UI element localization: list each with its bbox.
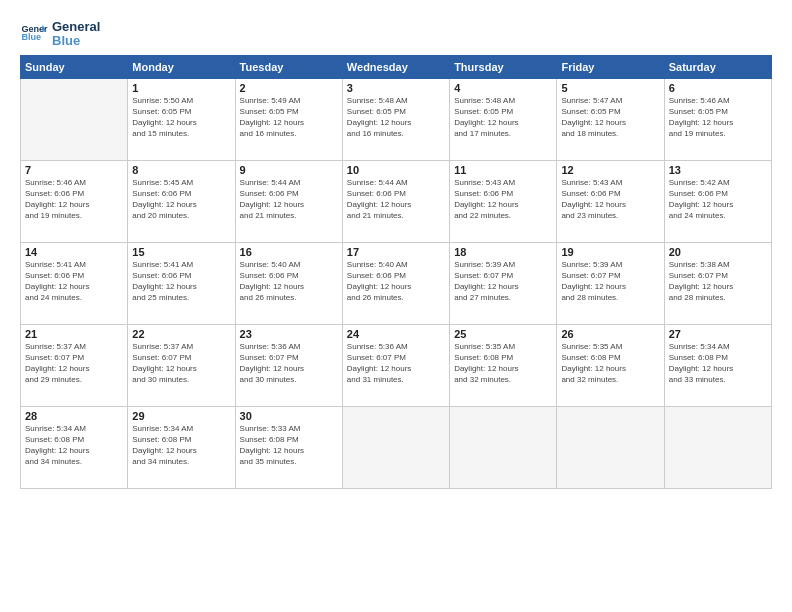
calendar-cell: 4Sunrise: 5:48 AM Sunset: 6:05 PM Daylig…	[450, 78, 557, 160]
day-info: Sunrise: 5:47 AM Sunset: 6:05 PM Dayligh…	[561, 95, 659, 140]
day-number: 9	[240, 164, 338, 176]
day-info: Sunrise: 5:43 AM Sunset: 6:06 PM Dayligh…	[454, 177, 552, 222]
logo: General Blue General Blue	[20, 18, 100, 49]
calendar-cell: 28Sunrise: 5:34 AM Sunset: 6:08 PM Dayli…	[21, 406, 128, 488]
calendar-cell: 23Sunrise: 5:36 AM Sunset: 6:07 PM Dayli…	[235, 324, 342, 406]
day-number: 12	[561, 164, 659, 176]
day-info: Sunrise: 5:34 AM Sunset: 6:08 PM Dayligh…	[25, 423, 123, 468]
day-number: 28	[25, 410, 123, 422]
day-info: Sunrise: 5:41 AM Sunset: 6:06 PM Dayligh…	[132, 259, 230, 304]
day-info: Sunrise: 5:37 AM Sunset: 6:07 PM Dayligh…	[132, 341, 230, 386]
calendar-cell: 7Sunrise: 5:46 AM Sunset: 6:06 PM Daylig…	[21, 160, 128, 242]
day-number: 13	[669, 164, 767, 176]
day-number: 2	[240, 82, 338, 94]
day-number: 19	[561, 246, 659, 258]
day-number: 29	[132, 410, 230, 422]
day-number: 20	[669, 246, 767, 258]
day-info: Sunrise: 5:33 AM Sunset: 6:08 PM Dayligh…	[240, 423, 338, 468]
day-info: Sunrise: 5:34 AM Sunset: 6:08 PM Dayligh…	[669, 341, 767, 386]
weekday-header-tuesday: Tuesday	[235, 55, 342, 78]
day-number: 5	[561, 82, 659, 94]
day-number: 6	[669, 82, 767, 94]
calendar-cell: 11Sunrise: 5:43 AM Sunset: 6:06 PM Dayli…	[450, 160, 557, 242]
day-info: Sunrise: 5:36 AM Sunset: 6:07 PM Dayligh…	[240, 341, 338, 386]
weekday-header-saturday: Saturday	[664, 55, 771, 78]
day-info: Sunrise: 5:48 AM Sunset: 6:05 PM Dayligh…	[454, 95, 552, 140]
day-info: Sunrise: 5:45 AM Sunset: 6:06 PM Dayligh…	[132, 177, 230, 222]
calendar-cell: 22Sunrise: 5:37 AM Sunset: 6:07 PM Dayli…	[128, 324, 235, 406]
day-info: Sunrise: 5:48 AM Sunset: 6:05 PM Dayligh…	[347, 95, 445, 140]
calendar-cell: 25Sunrise: 5:35 AM Sunset: 6:08 PM Dayli…	[450, 324, 557, 406]
logo-icon: General Blue	[20, 19, 48, 47]
day-info: Sunrise: 5:36 AM Sunset: 6:07 PM Dayligh…	[347, 341, 445, 386]
day-number: 18	[454, 246, 552, 258]
day-info: Sunrise: 5:35 AM Sunset: 6:08 PM Dayligh…	[561, 341, 659, 386]
week-row-4: 21Sunrise: 5:37 AM Sunset: 6:07 PM Dayli…	[21, 324, 772, 406]
day-number: 14	[25, 246, 123, 258]
calendar-cell: 3Sunrise: 5:48 AM Sunset: 6:05 PM Daylig…	[342, 78, 449, 160]
calendar-cell: 26Sunrise: 5:35 AM Sunset: 6:08 PM Dayli…	[557, 324, 664, 406]
day-number: 17	[347, 246, 445, 258]
weekday-header-row: SundayMondayTuesdayWednesdayThursdayFrid…	[21, 55, 772, 78]
week-row-1: 1Sunrise: 5:50 AM Sunset: 6:05 PM Daylig…	[21, 78, 772, 160]
calendar-cell: 21Sunrise: 5:37 AM Sunset: 6:07 PM Dayli…	[21, 324, 128, 406]
logo-general: General	[52, 20, 100, 34]
calendar-cell	[664, 406, 771, 488]
calendar-cell	[557, 406, 664, 488]
day-info: Sunrise: 5:34 AM Sunset: 6:08 PM Dayligh…	[132, 423, 230, 468]
header: General Blue General Blue	[20, 18, 772, 49]
day-number: 7	[25, 164, 123, 176]
day-number: 21	[25, 328, 123, 340]
weekday-header-friday: Friday	[557, 55, 664, 78]
day-number: 27	[669, 328, 767, 340]
calendar-cell: 15Sunrise: 5:41 AM Sunset: 6:06 PM Dayli…	[128, 242, 235, 324]
calendar-cell: 29Sunrise: 5:34 AM Sunset: 6:08 PM Dayli…	[128, 406, 235, 488]
day-number: 26	[561, 328, 659, 340]
day-number: 1	[132, 82, 230, 94]
calendar-cell: 17Sunrise: 5:40 AM Sunset: 6:06 PM Dayli…	[342, 242, 449, 324]
calendar-cell: 19Sunrise: 5:39 AM Sunset: 6:07 PM Dayli…	[557, 242, 664, 324]
calendar-cell: 14Sunrise: 5:41 AM Sunset: 6:06 PM Dayli…	[21, 242, 128, 324]
day-number: 23	[240, 328, 338, 340]
day-info: Sunrise: 5:39 AM Sunset: 6:07 PM Dayligh…	[454, 259, 552, 304]
calendar-cell: 9Sunrise: 5:44 AM Sunset: 6:06 PM Daylig…	[235, 160, 342, 242]
page: General Blue General Blue SundayMondayTu…	[0, 0, 792, 612]
calendar-cell	[450, 406, 557, 488]
day-number: 22	[132, 328, 230, 340]
calendar-cell: 6Sunrise: 5:46 AM Sunset: 6:05 PM Daylig…	[664, 78, 771, 160]
day-info: Sunrise: 5:43 AM Sunset: 6:06 PM Dayligh…	[561, 177, 659, 222]
week-row-3: 14Sunrise: 5:41 AM Sunset: 6:06 PM Dayli…	[21, 242, 772, 324]
logo-blue: Blue	[52, 34, 100, 48]
calendar-cell	[21, 78, 128, 160]
calendar-table: SundayMondayTuesdayWednesdayThursdayFrid…	[20, 55, 772, 489]
svg-text:Blue: Blue	[21, 32, 41, 42]
day-number: 24	[347, 328, 445, 340]
day-number: 8	[132, 164, 230, 176]
calendar-cell: 5Sunrise: 5:47 AM Sunset: 6:05 PM Daylig…	[557, 78, 664, 160]
day-info: Sunrise: 5:46 AM Sunset: 6:06 PM Dayligh…	[25, 177, 123, 222]
day-info: Sunrise: 5:40 AM Sunset: 6:06 PM Dayligh…	[347, 259, 445, 304]
day-number: 30	[240, 410, 338, 422]
calendar-cell: 16Sunrise: 5:40 AM Sunset: 6:06 PM Dayli…	[235, 242, 342, 324]
day-info: Sunrise: 5:40 AM Sunset: 6:06 PM Dayligh…	[240, 259, 338, 304]
day-number: 3	[347, 82, 445, 94]
calendar-cell: 27Sunrise: 5:34 AM Sunset: 6:08 PM Dayli…	[664, 324, 771, 406]
weekday-header-monday: Monday	[128, 55, 235, 78]
day-info: Sunrise: 5:35 AM Sunset: 6:08 PM Dayligh…	[454, 341, 552, 386]
day-info: Sunrise: 5:44 AM Sunset: 6:06 PM Dayligh…	[347, 177, 445, 222]
day-number: 16	[240, 246, 338, 258]
calendar-cell: 1Sunrise: 5:50 AM Sunset: 6:05 PM Daylig…	[128, 78, 235, 160]
day-info: Sunrise: 5:42 AM Sunset: 6:06 PM Dayligh…	[669, 177, 767, 222]
calendar-cell: 18Sunrise: 5:39 AM Sunset: 6:07 PM Dayli…	[450, 242, 557, 324]
day-info: Sunrise: 5:49 AM Sunset: 6:05 PM Dayligh…	[240, 95, 338, 140]
day-info: Sunrise: 5:44 AM Sunset: 6:06 PM Dayligh…	[240, 177, 338, 222]
day-number: 11	[454, 164, 552, 176]
day-number: 10	[347, 164, 445, 176]
day-number: 15	[132, 246, 230, 258]
week-row-2: 7Sunrise: 5:46 AM Sunset: 6:06 PM Daylig…	[21, 160, 772, 242]
calendar-cell: 8Sunrise: 5:45 AM Sunset: 6:06 PM Daylig…	[128, 160, 235, 242]
weekday-header-sunday: Sunday	[21, 55, 128, 78]
calendar-cell: 13Sunrise: 5:42 AM Sunset: 6:06 PM Dayli…	[664, 160, 771, 242]
day-number: 25	[454, 328, 552, 340]
calendar-cell: 10Sunrise: 5:44 AM Sunset: 6:06 PM Dayli…	[342, 160, 449, 242]
